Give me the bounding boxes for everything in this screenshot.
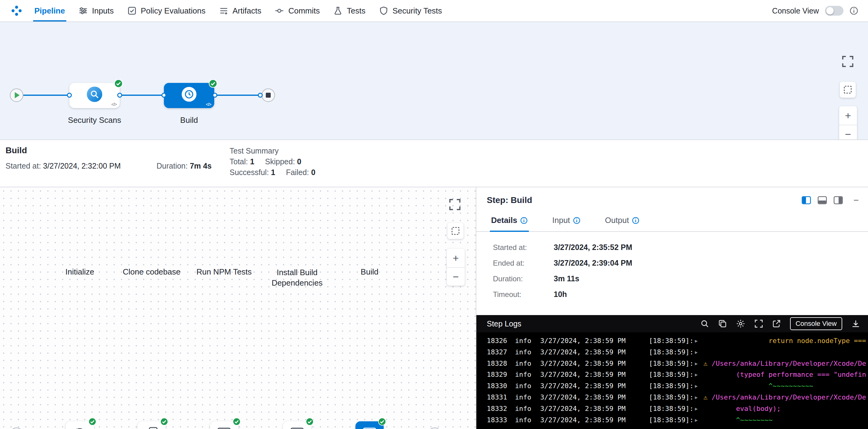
log-level: info bbox=[515, 380, 540, 392]
pipeline-start-node[interactable] bbox=[10, 88, 23, 102]
tab-policy-evaluations[interactable]: Policy Evaluations bbox=[121, 0, 212, 22]
total-value: 1 bbox=[250, 157, 254, 166]
download-icon[interactable] bbox=[851, 319, 860, 328]
tab-tests[interactable]: Tests bbox=[327, 0, 372, 22]
info-icon[interactable] bbox=[849, 6, 858, 15]
log-content: /Users/anka/Library/Developer/Xcode/De bbox=[708, 358, 866, 369]
failed-value: 0 bbox=[311, 168, 315, 177]
console-view-button[interactable]: Console View bbox=[790, 317, 842, 330]
log-content: eval(body); bbox=[704, 403, 781, 415]
stop-icon bbox=[266, 93, 271, 98]
log-content: /Users/anka/Library/Developer/Xcode/De bbox=[708, 392, 866, 403]
layout-right-pane-icon[interactable] bbox=[834, 196, 843, 204]
tab-label: Tests bbox=[347, 6, 366, 16]
step-logs-body[interactable]: 18326info3/27/2024, 2:38:59 PM[18:38:59]… bbox=[476, 332, 868, 429]
console-view-toggle[interactable] bbox=[825, 6, 843, 16]
collapse-panel-button[interactable]: − bbox=[853, 195, 859, 205]
detail-value: 3/27/2024, 2:39:04 PM bbox=[554, 258, 632, 268]
open-external-icon[interactable] bbox=[772, 319, 781, 328]
step-node-clone-codebase[interactable]: </> bbox=[137, 421, 166, 429]
stage-node-security-scans[interactable]: </> bbox=[69, 83, 120, 108]
tab-inputs[interactable]: Inputs bbox=[72, 0, 121, 22]
tab-details[interactable]: Details bbox=[490, 210, 529, 231]
success-check-icon bbox=[88, 418, 97, 426]
duration-value: 7m 4s bbox=[190, 161, 212, 170]
zoom-in-button[interactable]: + bbox=[447, 249, 465, 267]
execution-start-node[interactable] bbox=[10, 427, 23, 429]
expand-arrow-icon[interactable]: ▸ bbox=[695, 369, 704, 380]
info-icon[interactable] bbox=[632, 217, 639, 224]
stage-summary-band: Build Started at: 3/27/2024, 2:32:00 PM … bbox=[0, 140, 868, 187]
success-check-icon bbox=[378, 418, 387, 426]
settings-gear-icon[interactable] bbox=[736, 319, 745, 328]
expand-arrow-icon[interactable]: ▸ bbox=[695, 392, 704, 403]
edge-port bbox=[161, 93, 166, 98]
expand-arrow-icon[interactable]: ▸ bbox=[695, 358, 704, 369]
execution-graph-canvas[interactable]: </> Initialize </> Clone codebase </> Ru… bbox=[0, 187, 476, 429]
log-line-number: 18332 bbox=[487, 403, 515, 415]
step-node-build[interactable]: </> bbox=[355, 421, 384, 429]
detail-row: Ended at: 3/27/2024, 2:39:04 PM bbox=[493, 258, 868, 268]
test-summary-row: Successful: 1 Failed: 0 bbox=[229, 167, 315, 178]
failed-label: Failed: bbox=[286, 168, 309, 177]
selection-tool-button[interactable] bbox=[840, 82, 856, 98]
info-icon[interactable] bbox=[573, 217, 580, 224]
search-icon[interactable] bbox=[701, 319, 709, 328]
started-label: Started at: bbox=[5, 161, 41, 170]
log-line-number: 18327 bbox=[487, 347, 515, 358]
layout-bottom-pane-icon[interactable] bbox=[818, 196, 827, 204]
pipeline-end-node[interactable] bbox=[261, 88, 275, 102]
log-level: info bbox=[515, 369, 540, 380]
step-node-run-npm-tests[interactable]: </> bbox=[210, 421, 238, 429]
zoom-in-button[interactable]: + bbox=[839, 106, 857, 125]
warning-icon: ⚠ bbox=[704, 392, 708, 403]
tab-artifacts[interactable]: Artifacts bbox=[212, 0, 268, 22]
expand-arrow-icon[interactable]: ▸ bbox=[695, 415, 704, 426]
fullscreen-button[interactable] bbox=[449, 198, 461, 211]
success-check-icon bbox=[232, 418, 241, 426]
fullscreen-button[interactable] bbox=[842, 55, 854, 67]
log-line: 18332info3/27/2024, 2:38:59 PM[18:38:59]… bbox=[487, 403, 868, 415]
copy-icon[interactable] bbox=[718, 319, 727, 328]
step-logs-title: Step Logs bbox=[487, 319, 522, 328]
selection-tool-button[interactable] bbox=[447, 223, 463, 239]
expand-arrow-icon[interactable]: ▸ bbox=[695, 403, 704, 415]
tab-input[interactable]: Input bbox=[551, 210, 582, 231]
tab-commits[interactable]: Commits bbox=[268, 0, 327, 22]
tab-label: Pipeline bbox=[34, 6, 65, 16]
log-line-number: 18331 bbox=[487, 392, 515, 403]
workspace: </> Initialize </> Clone codebase </> Ru… bbox=[0, 187, 868, 429]
console-view-label: Console View bbox=[772, 6, 819, 16]
expand-arrow-icon[interactable]: ▸ bbox=[695, 335, 704, 347]
tab-pipeline[interactable]: Pipeline bbox=[28, 0, 72, 22]
artifacts-icon bbox=[219, 6, 228, 16]
expand-arrow-icon[interactable]: ▸ bbox=[695, 347, 704, 358]
code-glyph-icon: </> bbox=[206, 102, 211, 107]
step-node-initialize[interactable]: </> bbox=[66, 421, 94, 429]
layout-left-pane-icon[interactable] bbox=[802, 196, 811, 204]
zoom-out-button[interactable]: − bbox=[447, 267, 465, 285]
warning-icon: ⚠ bbox=[704, 358, 708, 369]
step-node-install-build-dependencies[interactable]: </> bbox=[283, 421, 311, 429]
test-summary: Test Summary Total: 1 Skipped: 0 Success… bbox=[229, 146, 315, 178]
stage-node-build[interactable]: </> bbox=[164, 83, 214, 108]
tab-output[interactable]: Output bbox=[604, 210, 641, 231]
tab-security-tests[interactable]: Security Tests bbox=[372, 0, 449, 22]
fullscreen-icon[interactable] bbox=[754, 319, 763, 328]
edge-port bbox=[117, 93, 122, 98]
step-panel-header: Step: Build − bbox=[476, 187, 868, 210]
log-line: 18329info3/27/2024, 2:38:59 PM[18:38:59]… bbox=[487, 369, 868, 380]
successful-label: Successful: bbox=[229, 168, 269, 177]
successful-value: 1 bbox=[271, 168, 275, 177]
log-time: [18:38:59]: bbox=[649, 335, 695, 347]
info-icon[interactable] bbox=[520, 217, 528, 224]
step-logs-header: Step Logs Console View bbox=[476, 315, 868, 332]
code-glyph-icon: </> bbox=[112, 102, 117, 107]
toggle-knob bbox=[826, 7, 834, 14]
log-date: 3/27/2024, 2:38:59 PM bbox=[540, 415, 649, 426]
success-check-icon bbox=[114, 79, 123, 88]
top-navbar: Pipeline Inputs Policy Evaluations Artif… bbox=[0, 0, 868, 22]
app-logo-icon bbox=[11, 5, 22, 16]
expand-arrow-icon[interactable]: ▸ bbox=[695, 380, 704, 392]
execution-end-node[interactable] bbox=[428, 427, 441, 429]
